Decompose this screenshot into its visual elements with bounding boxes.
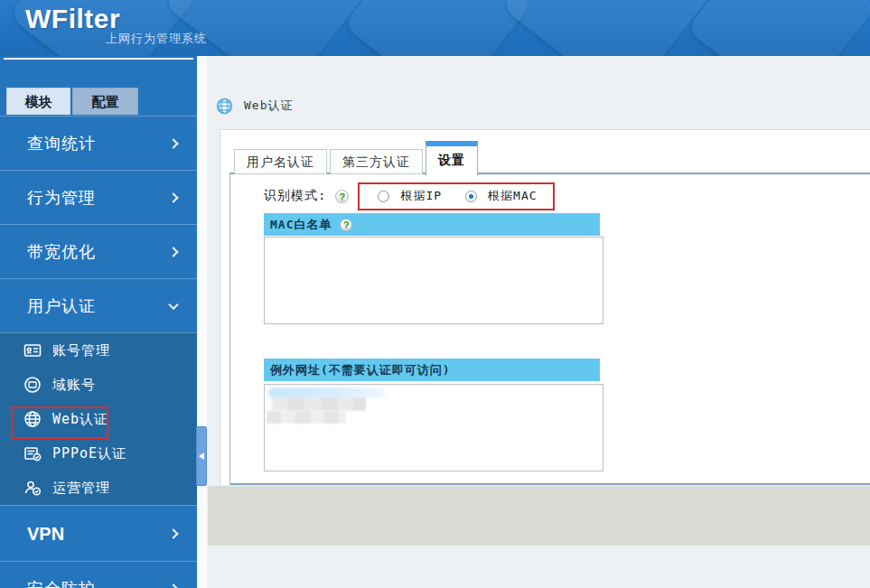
tab-thirdparty-auth[interactable]: 第三方认证 — [330, 149, 423, 174]
tab-modules[interactable]: 模块 — [6, 88, 70, 115]
operator-icon — [23, 479, 42, 497]
user-auth-submenu: 账号管理 域账号 Web认证 — [0, 332, 197, 505]
submenu-item-domain-account[interactable]: 域账号 — [0, 368, 197, 402]
sidebar: 模块 配置 查询统计 行为管理 带宽优化 用户认证 — [0, 56, 197, 588]
annotation-box-mode-radios: 根据IP 根据MAC — [358, 182, 555, 210]
tab-config[interactable]: 配置 — [72, 88, 138, 115]
mac-whitelist-textarea[interactable] — [264, 237, 603, 324]
exception-urls-textarea[interactable] — [264, 384, 603, 471]
mac-whitelist-title: MAC白名单 — [270, 217, 332, 233]
app-logo: WFilter — [25, 4, 120, 34]
breadcrumb: Web认证 — [216, 96, 293, 116]
help-icon[interactable]: ? — [340, 219, 352, 231]
app-header: WFilter 上网行为管理系统 — [0, 0, 870, 56]
redacted-text — [267, 411, 346, 424]
chevron-right-icon — [168, 528, 178, 538]
submenu-item-account-mgmt[interactable]: 账号管理 — [0, 333, 197, 368]
auth-tabs: 用户名认证 第三方认证 设置 — [234, 139, 481, 174]
sidebar-item-bandwidth-opt[interactable]: 带宽优化 — [0, 224, 197, 278]
keyboard-pattern — [343, 0, 534, 56]
sidebar-item-security[interactable]: 安全防护 — [0, 561, 197, 588]
page-title: Web认证 — [244, 98, 293, 114]
id-card-icon — [23, 341, 42, 359]
sidebar-menu: 查询统计 行为管理 带宽优化 用户认证 — [0, 116, 197, 588]
tab-username-auth[interactable]: 用户名认证 — [234, 149, 327, 174]
radio-by-mac-label[interactable]: 根据MAC — [488, 188, 537, 204]
chevron-right-icon — [168, 583, 178, 588]
keyboard-pattern — [687, 0, 870, 56]
radio-by-ip-label[interactable]: 根据IP — [400, 188, 442, 204]
sidebar-item-query-stats[interactable]: 查询统计 — [0, 116, 197, 170]
app-subtitle: 上网行为管理系统 — [106, 31, 207, 47]
content-panel: 用户名认证 第三方认证 设置 识别模式: ? 根据IP 根据MAC MAC白 — [220, 129, 870, 485]
submenu-item-web-auth[interactable]: Web认证 — [0, 402, 197, 436]
help-icon[interactable]: ? — [335, 190, 349, 203]
radio-by-ip[interactable] — [378, 191, 389, 202]
globe-icon — [216, 98, 233, 115]
settings-tab-content: 识别模式: ? 根据IP 根据MAC MAC白名单 ? 例外网址(不需要认证即可… — [229, 173, 870, 485]
mac-whitelist-header: MAC白名单 ? — [264, 213, 600, 236]
chevron-right-icon — [168, 247, 178, 257]
main-area: Web认证 用户名认证 第三方认证 设置 识别模式: ? 根据IP 根据MAC — [197, 56, 870, 588]
exception-urls-title: 例外网址(不需要认证即可访问) — [270, 362, 451, 378]
radio-by-mac[interactable] — [465, 191, 477, 202]
identify-mode-label: 识别模式: — [264, 188, 326, 204]
exception-urls-header: 例外网址(不需要认证即可访问) — [264, 359, 600, 381]
footer-band — [208, 486, 870, 546]
keyboard-pattern — [501, 0, 724, 56]
chevron-right-icon — [168, 192, 178, 202]
chevron-right-icon — [168, 138, 178, 148]
sidebar-item-behavior-mgmt[interactable]: 行为管理 — [0, 170, 197, 224]
arrow-left-icon — [199, 453, 204, 460]
chevron-down-icon — [168, 299, 178, 309]
wfilter-app: WFilter 上网行为管理系统 模块 配置 查询统计 行为管理 带宽优化 用户… — [0, 0, 870, 588]
sidebar-collapse-handle[interactable] — [196, 426, 207, 486]
divider — [197, 56, 207, 588]
domain-account-icon — [23, 376, 42, 394]
tab-settings[interactable]: 设置 — [426, 141, 478, 176]
sidebar-item-vpn[interactable]: VPN — [0, 505, 197, 561]
submenu-item-operation-mgmt[interactable]: 运营管理 — [0, 471, 197, 505]
sidebar-item-user-auth[interactable]: 用户认证 — [0, 278, 197, 332]
globe-icon — [23, 410, 42, 428]
document-check-icon — [23, 444, 42, 462]
divider — [4, 58, 193, 60]
keyboard-pattern — [164, 0, 379, 56]
submenu-item-pppoe-auth[interactable]: PPPoE认证 — [0, 436, 197, 471]
redacted-text — [272, 397, 366, 411]
identify-mode-row: 识别模式: ? 根据IP 根据MAC — [264, 182, 555, 210]
